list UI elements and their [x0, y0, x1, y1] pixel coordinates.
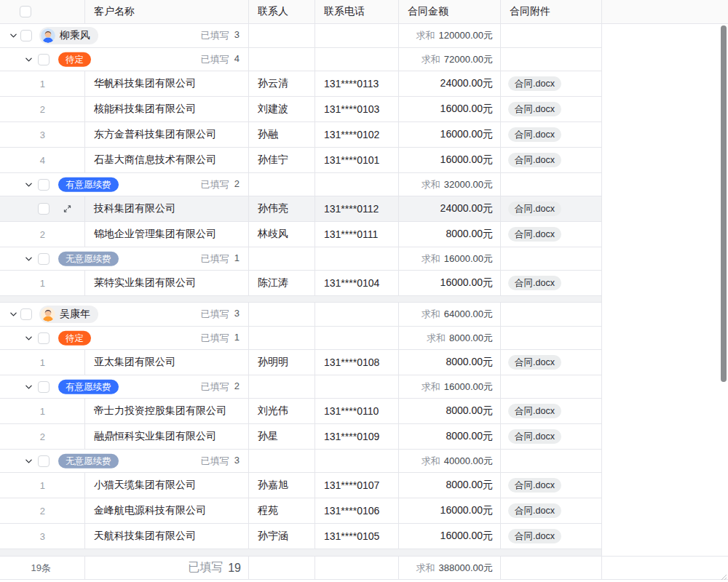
row-checkbox[interactable] [38, 381, 50, 393]
attachment-cell[interactable]: 合同.docx [501, 498, 602, 523]
phone-cell[interactable]: 131****0113 [315, 71, 399, 96]
subgroup-title-cell[interactable]: 待定已填写1 [0, 327, 249, 349]
subgroup-row[interactable]: 有意愿续费已填写2求和32000.00元 [0, 173, 602, 196]
attachment-chip[interactable]: 合同.docx [508, 227, 561, 242]
attachment-cell[interactable]: 合同.docx [501, 97, 602, 121]
customer-name-cell[interactable]: 莱特实业集团有限公司 [85, 271, 249, 295]
vertical-scrollbar-thumb[interactable] [721, 25, 727, 382]
data-row[interactable]: 4石基大商信息技术有限公司孙佳宁131****010116000.00元合同.d… [0, 148, 602, 173]
attachment-cell[interactable]: 合同.docx [501, 524, 602, 549]
subgroup-title-cell[interactable]: 有意愿续费已填写2 [0, 375, 249, 398]
customer-name-cell[interactable]: 融鼎恒科实业集团有限公司 [85, 424, 249, 449]
attachment-cell[interactable]: 合同.docx [501, 473, 602, 498]
attachment-chip[interactable]: 合同.docx [508, 503, 561, 519]
row-gutter-cell[interactable]: 4 [0, 148, 85, 172]
attachment-chip[interactable]: 合同.docx [508, 202, 561, 217]
status-badge[interactable]: 待定 [58, 52, 91, 67]
amount-cell[interactable]: 16000.00元 [399, 122, 501, 147]
attachment-chip[interactable]: 合同.docx [508, 102, 561, 117]
contact-cell[interactable]: 林歧风 [249, 222, 315, 247]
person-group-row[interactable]: 柳乘风已填写3求和120000.00元 [0, 24, 602, 48]
subgroup-row[interactable]: 待定已填写1求和8000.00元 [0, 327, 602, 350]
amount-cell[interactable]: 8000.00元 [399, 424, 501, 449]
data-row[interactable]: 2融鼎恒科实业集团有限公司孙星131****01098000.00元合同.doc… [0, 424, 602, 450]
contact-cell[interactable]: 陈江涛 [249, 271, 315, 295]
amount-cell[interactable]: 24000.00元 [399, 71, 501, 96]
attachment-cell[interactable]: 合同.docx [501, 71, 602, 96]
contact-cell[interactable]: 孙融 [249, 122, 315, 147]
amount-cell[interactable]: 16000.00元 [399, 498, 501, 523]
row-checkbox[interactable] [38, 179, 50, 191]
amount-cell[interactable]: 16000.00元 [399, 97, 501, 121]
phone-cell[interactable]: 131****0110 [315, 399, 399, 423]
row-gutter-cell[interactable]: 1 [0, 399, 85, 423]
row-checkbox[interactable] [20, 30, 32, 41]
attachment-cell[interactable]: 合同.docx [501, 350, 602, 375]
status-badge[interactable]: 无意愿续费 [58, 251, 119, 266]
subgroup-row[interactable]: 无意愿续费已填写3求和40000.00元 [0, 450, 602, 473]
phone-cell[interactable]: 131****0108 [315, 350, 399, 375]
chevron-down-icon[interactable] [25, 180, 33, 188]
customer-name-cell[interactable]: 技科集团有限公司 [85, 196, 249, 221]
amount-cell[interactable]: 8000.00元 [399, 473, 501, 498]
data-row[interactable]: 3东方金普科技集团有限公司孙融131****010216000.00元合同.do… [0, 122, 602, 148]
amount-cell[interactable]: 8000.00元 [399, 222, 501, 247]
data-row[interactable]: 2锦地企业管理集团有限公司林歧风131****01118000.00元合同.do… [0, 222, 602, 247]
subgroup-title-cell[interactable]: 无意愿续费已填写3 [0, 450, 249, 472]
data-row[interactable]: 1帝士力投资控股集团有限公司刘光伟131****01108000.00元合同.d… [0, 399, 602, 424]
contact-cell[interactable]: 孙宇涵 [249, 524, 315, 549]
column-header-customer-name[interactable]: 客户名称 [85, 0, 249, 23]
subgroup-title-cell[interactable]: 无意愿续费已填写1 [0, 247, 249, 270]
column-header-contact[interactable]: 联系人 [249, 0, 315, 23]
contact-cell[interactable]: 刘光伟 [249, 399, 315, 423]
amount-cell[interactable]: 16000.00元 [399, 524, 501, 549]
row-checkbox[interactable] [38, 253, 50, 265]
chevron-down-icon[interactable] [25, 383, 33, 391]
attachment-chip[interactable]: 合同.docx [508, 404, 561, 419]
phone-cell[interactable]: 131****0107 [315, 473, 399, 498]
data-row[interactable]: 1小猫天缆集团有限公司孙嘉旭131****01078000.00元合同.docx [0, 473, 602, 498]
customer-name-cell[interactable]: 核能科技集团有限公司 [85, 97, 249, 121]
attachment-chip[interactable]: 合同.docx [508, 355, 561, 370]
select-all-checkbox[interactable] [20, 6, 31, 17]
data-row[interactable]: 技科集团有限公司孙伟亮131****011224000.00元合同.docx [0, 196, 602, 222]
chevron-down-icon[interactable] [9, 32, 17, 40]
status-badge[interactable]: 有意愿续费 [58, 379, 119, 394]
attachment-cell[interactable]: 合同.docx [501, 196, 602, 221]
subgroup-row[interactable]: 有意愿续费已填写2求和16000.00元 [0, 375, 602, 399]
chevron-down-icon[interactable] [9, 311, 17, 319]
group-person-pill[interactable]: 吴康年 [39, 306, 98, 323]
amount-cell[interactable]: 24000.00元 [399, 196, 501, 221]
contact-cell[interactable]: 孙明明 [249, 350, 315, 375]
phone-cell[interactable]: 131****0104 [315, 271, 399, 295]
amount-cell[interactable]: 8000.00元 [399, 350, 501, 375]
chevron-down-icon[interactable] [25, 55, 33, 63]
row-gutter-cell[interactable]: 1 [0, 271, 85, 295]
group-title-cell[interactable]: 吴康年已填写3 [0, 303, 249, 326]
chevron-down-icon[interactable] [25, 255, 33, 263]
phone-cell[interactable]: 131****0105 [315, 524, 399, 549]
row-gutter-cell[interactable]: 2 [0, 424, 85, 449]
expand-icon[interactable] [63, 204, 72, 214]
customer-name-cell[interactable]: 锦地企业管理集团有限公司 [85, 222, 249, 247]
row-checkbox[interactable] [38, 332, 50, 344]
row-gutter-cell[interactable]: 3 [0, 524, 85, 549]
row-gutter-cell[interactable]: 2 [0, 97, 85, 121]
customer-name-cell[interactable]: 金峰航电源科技有限公司 [85, 498, 249, 523]
amount-cell[interactable]: 16000.00元 [399, 148, 501, 172]
column-header-phone[interactable]: 联系电话 [315, 0, 399, 23]
attachment-chip[interactable]: 合同.docx [508, 429, 561, 445]
row-gutter-cell[interactable]: 3 [0, 122, 85, 147]
header-select-cell[interactable] [0, 0, 85, 23]
contact-cell[interactable]: 孙佳宁 [249, 148, 315, 172]
contact-cell[interactable]: 孙伟亮 [249, 196, 315, 221]
data-row[interactable]: 2核能科技集团有限公司刘建波131****010316000.00元合同.doc… [0, 97, 602, 122]
phone-cell[interactable]: 131****0103 [315, 97, 399, 121]
customer-name-cell[interactable]: 华帆科技集团有限公司 [85, 71, 249, 96]
contact-cell[interactable]: 程苑 [249, 498, 315, 523]
customer-name-cell[interactable]: 东方金普科技集团有限公司 [85, 122, 249, 147]
attachment-chip[interactable]: 合同.docx [508, 153, 561, 168]
attachment-chip[interactable]: 合同.docx [508, 76, 561, 92]
attachment-chip[interactable]: 合同.docx [508, 478, 561, 493]
attachment-cell[interactable]: 合同.docx [501, 424, 602, 449]
